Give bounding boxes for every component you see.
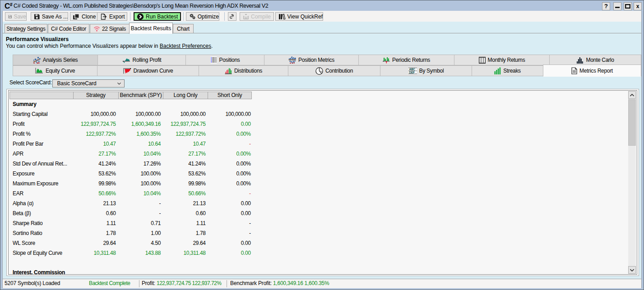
svg-text:#: #	[10, 2, 13, 7]
svg-text:DEF: DEF	[409, 71, 414, 74]
svg-text:C: C	[5, 2, 10, 10]
